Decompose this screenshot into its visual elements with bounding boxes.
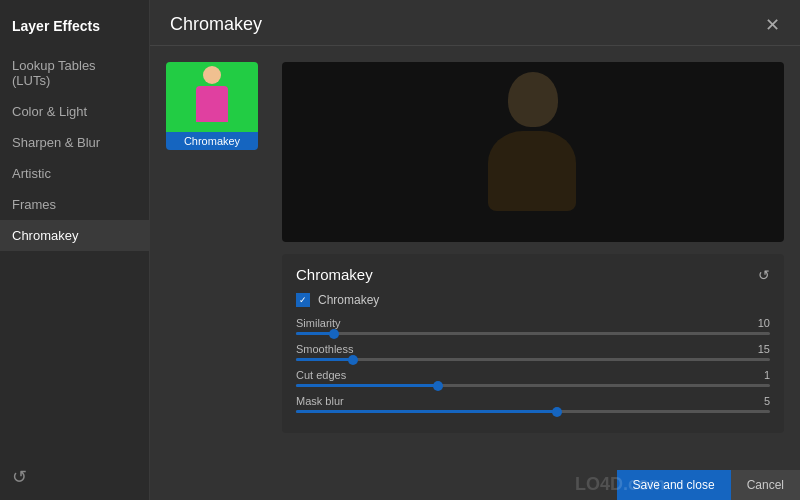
chromakey-checkbox-label: Chromakey [318,293,379,307]
similarity-track[interactable] [296,332,770,335]
chromakey-checkbox[interactable]: ✓ [296,293,310,307]
cut-edges-thumb [433,381,443,391]
cut-edges-value: 1 [764,369,770,381]
similarity-label: Similarity [296,317,341,329]
person-silhouette [192,66,232,128]
sidebar-item-frames[interactable]: Frames [0,189,149,220]
footer-buttons: Save and close Cancel [617,470,800,500]
green-screen-bg [166,62,258,132]
settings-title: Chromakey [296,266,373,283]
thumbnail-image [166,62,258,132]
similarity-header: Similarity 10 [296,317,770,329]
reset-icon: ↺ [12,467,27,487]
smoothless-slider-row: Smoothless 15 [296,343,770,361]
sidebar-reset-button[interactable]: ↺ [0,454,149,500]
sidebar-item-sharpen-blur[interactable]: Sharpen & Blur [0,127,149,158]
settings-reset-button[interactable]: ↺ [758,267,770,283]
mask-blur-slider-row: Mask blur 5 [296,395,770,413]
checkmark-icon: ✓ [299,295,307,305]
similarity-slider-row: Similarity 10 [296,317,770,335]
sidebar-item-artistic[interactable]: Artistic [0,158,149,189]
settings-header: Chromakey ↺ [296,266,770,283]
preview-panel: Chromakey ↺ ✓ Chromakey Similarity 10 [282,62,784,484]
smoothless-header: Smoothless 15 [296,343,770,355]
mask-blur-fill [296,410,557,413]
thumbnails-panel: Chromakey [166,62,266,484]
close-button[interactable]: ✕ [765,16,780,34]
smoothless-value: 15 [758,343,770,355]
cut-edges-fill [296,384,438,387]
portrait-head [508,72,558,127]
cancel-button[interactable]: Cancel [731,470,800,500]
sidebar-item-color-light[interactable]: Color & Light [0,96,149,127]
smoothless-track[interactable] [296,358,770,361]
person-body [196,86,228,122]
chromakey-checkbox-row: ✓ Chromakey [296,293,770,307]
portrait-shoulder [488,131,576,211]
mask-blur-header: Mask blur 5 [296,395,770,407]
cut-edges-slider-row: Cut edges 1 [296,369,770,387]
sidebar: Layer Effects Lookup Tables (LUTs) Color… [0,0,150,500]
sidebar-item-chromakey[interactable]: Chromakey [0,220,149,251]
smoothless-label: Smoothless [296,343,353,355]
smoothless-fill [296,358,353,361]
mask-blur-thumb [552,407,562,417]
mask-blur-label: Mask blur [296,395,344,407]
settings-panel: Chromakey ↺ ✓ Chromakey Similarity 10 [282,254,784,433]
save-and-close-button[interactable]: Save and close [617,470,731,500]
sidebar-title: Layer Effects [0,10,149,50]
mask-blur-track[interactable] [296,410,770,413]
similarity-value: 10 [758,317,770,329]
thumbnail-chromakey[interactable]: Chromakey [166,62,258,150]
cut-edges-label: Cut edges [296,369,346,381]
content-area: Chromakey ✕ Chromakey [150,0,800,500]
smoothless-thumb [348,355,358,365]
cut-edges-header: Cut edges 1 [296,369,770,381]
content-body: Chromakey Chromakey ↺ [150,46,800,500]
content-header: Chromakey ✕ [150,0,800,46]
content-title: Chromakey [170,14,262,35]
preview-image [282,62,784,242]
mask-blur-value: 5 [764,395,770,407]
thumbnail-label: Chromakey [166,132,258,150]
person-head [203,66,221,84]
cut-edges-track[interactable] [296,384,770,387]
portrait-silhouette [488,72,578,232]
similarity-thumb [329,329,339,339]
sidebar-item-lookup-tables[interactable]: Lookup Tables (LUTs) [0,50,149,96]
main-container: Layer Effects Lookup Tables (LUTs) Color… [0,0,800,500]
